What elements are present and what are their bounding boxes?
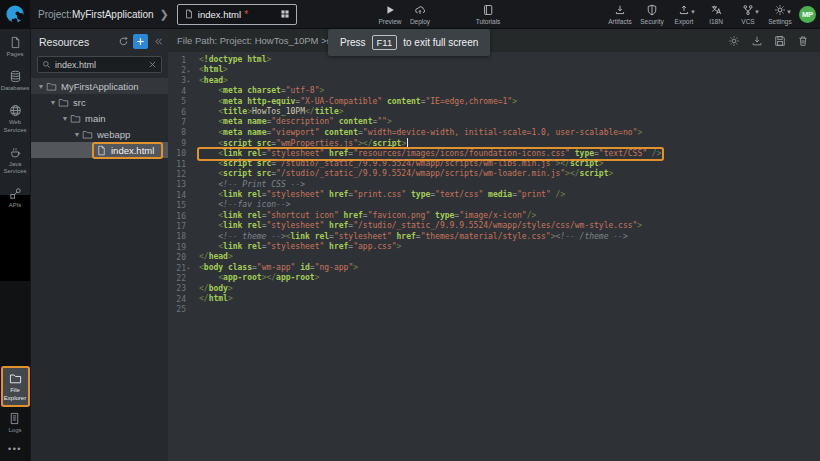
api-icon xyxy=(9,187,22,200)
line-number: 7 xyxy=(168,117,194,127)
action-vcs[interactable]: ▼VCS xyxy=(735,4,761,25)
action-security[interactable]: Security xyxy=(639,4,665,25)
tree-item-main[interactable]: ▼main xyxy=(31,110,168,126)
code-line-8[interactable]: <meta name="viewport" content="width=dev… xyxy=(194,128,820,138)
caret-down-icon[interactable]: ▼ xyxy=(36,83,46,90)
export-icon: ▼ xyxy=(678,4,690,16)
code-line-1[interactable]: <!doctype html> xyxy=(194,55,820,65)
caret-down-icon[interactable]: ▼ xyxy=(72,131,82,138)
gear-icon: ▼ xyxy=(774,4,786,16)
editor-area: File Path: Project: HowTos_10PM > src/ m… xyxy=(168,29,820,461)
code-line-5[interactable]: <meta http-equiv="X-UA-Compatible" conte… xyxy=(194,97,820,107)
action-tutorials[interactable]: Tutorials xyxy=(470,4,506,25)
tree-item-index-html[interactable]: index.html xyxy=(31,142,168,158)
file-path-bar: File Path: Project: HowTos_10PM > src/ m… xyxy=(168,29,820,52)
user-avatar[interactable]: MP xyxy=(799,6,816,23)
line-number: 15 xyxy=(168,200,194,210)
action-artifacts[interactable]: Artifacts xyxy=(607,4,633,25)
sidebar-item-file-explorer[interactable]: File Explorer xyxy=(3,368,28,404)
tree-item-label: src xyxy=(73,97,86,108)
code-line-14[interactable]: <link rel="stylesheet" href="print.css" … xyxy=(194,190,820,200)
action-i18n[interactable]: I18N xyxy=(703,4,729,25)
code-line-11[interactable]: <script src="/studio/_static_/9.9.9.5524… xyxy=(194,159,820,169)
action-export[interactable]: ▼Export xyxy=(671,4,697,25)
sidebar-item-label: APIs xyxy=(9,202,22,209)
download-file-icon[interactable] xyxy=(751,35,763,47)
code-content[interactable]: <!doctype html><html><head> <meta charse… xyxy=(194,52,820,461)
sidebar-item-java-services[interactable]: Java Services xyxy=(0,139,30,180)
file-icon xyxy=(184,9,194,19)
sidebar-item-web-services[interactable]: Web Services xyxy=(0,97,30,138)
line-number: 19 xyxy=(168,242,194,252)
code-line-19[interactable]: <link rel="stylesheet" href="app.css"> xyxy=(194,242,820,252)
code-line-20[interactable]: </head> xyxy=(194,252,820,262)
topbar-right-actions: ArtifactsSecurity▼ExportI18N▼VCS▼Setting… xyxy=(607,4,793,25)
action-label: Tutorials xyxy=(476,18,501,25)
editor-settings-gear-icon[interactable] xyxy=(728,35,740,47)
tree-item-src[interactable]: ▼src xyxy=(31,94,168,110)
collapse-panel-icon[interactable] xyxy=(150,34,166,50)
tab-index-html[interactable]: index.html * xyxy=(177,4,297,25)
fullscreen-tooltip: Press F11 to exit full screen xyxy=(328,29,490,56)
tree-item-label: MyFirstApplication xyxy=(61,81,139,92)
tooltip-text-post: to exit full screen xyxy=(403,37,478,48)
code-line-10[interactable]: <link rel="stylesheet" href="resources/i… xyxy=(194,149,820,159)
code-line-18[interactable]: <!-- theme --><link rel="stylesheet" hre… xyxy=(194,232,820,242)
sidebar-item-databases[interactable]: Databases xyxy=(0,63,30,97)
caret-down-icon[interactable]: ▼ xyxy=(60,115,70,122)
refresh-icon[interactable] xyxy=(115,34,131,50)
code-line-6[interactable]: <title>HowTos_10PM</title> xyxy=(194,107,820,117)
code-line-12[interactable]: <script src="/studio/_static_/9.9.9.5524… xyxy=(194,169,820,179)
action-deploy[interactable]: Deploy xyxy=(402,4,438,25)
file-path-label: File Path: xyxy=(177,35,217,46)
code-line-21[interactable]: <body class="wm-app" id="ng-app"> xyxy=(194,263,820,273)
grid-icon[interactable] xyxy=(280,9,290,19)
code-line-22[interactable]: <app-root></app-root> xyxy=(194,273,820,283)
add-resource-button[interactable] xyxy=(133,34,148,49)
line-number: 17 xyxy=(168,221,194,231)
action-settings[interactable]: ▼Settings xyxy=(767,4,793,25)
tree-item-myfirstapplication[interactable]: ▼MyFirstApplication xyxy=(31,78,168,94)
folder-icon xyxy=(82,129,97,140)
caret-down-icon[interactable]: ▼ xyxy=(48,99,58,106)
save-file-icon[interactable] xyxy=(774,35,786,47)
more-options-button[interactable]: ••• xyxy=(8,439,22,461)
code-line-9[interactable]: <script src="wmProperties.js"></script> xyxy=(194,138,820,148)
sidebar-item-apis[interactable]: APIs xyxy=(0,180,30,214)
action-label: Deploy xyxy=(410,18,430,25)
code-line-15[interactable]: <!--fav icon--> xyxy=(194,200,820,210)
sidebar-item-pages[interactable]: Pages xyxy=(0,29,30,63)
search-input[interactable] xyxy=(55,60,143,70)
sidebar-item-logs[interactable]: Logs xyxy=(8,405,21,439)
action-label: Export xyxy=(675,18,694,25)
code-line-25[interactable] xyxy=(194,304,820,314)
wavemaker-logo-icon[interactable] xyxy=(0,0,30,29)
code-line-7[interactable]: <meta name="description" content=""> xyxy=(194,117,820,127)
topbar: Project:MyFirstApplication ❯ index.html … xyxy=(0,0,820,29)
clear-search-icon[interactable] xyxy=(147,60,157,70)
code-line-2[interactable]: <html> xyxy=(194,65,820,75)
code-line-4[interactable]: <meta charset="utf-8"> xyxy=(194,86,820,96)
delete-file-icon[interactable] xyxy=(797,35,809,47)
tree-item-webapp[interactable]: ▼webapp xyxy=(31,126,168,142)
line-number: 3▾ xyxy=(168,76,194,86)
branch-icon: ▼ xyxy=(742,4,754,16)
text-cursor xyxy=(407,138,408,147)
page-icon xyxy=(9,36,22,49)
line-number: 8 xyxy=(168,128,194,138)
line-number: 25 xyxy=(168,304,194,314)
log-icon xyxy=(8,412,21,425)
code-editor[interactable]: 12▾3▾456789101112131415161718192021▾2223… xyxy=(168,52,820,461)
caret-down-icon: ▼ xyxy=(690,9,696,15)
code-line-3[interactable]: <head> xyxy=(194,76,820,86)
code-line-23[interactable]: </body> xyxy=(194,284,820,294)
chevron-right-icon: ❯ xyxy=(160,8,169,21)
sidebar-item-label: File Explorer xyxy=(3,387,28,401)
code-line-17[interactable]: <link rel="stylesheet" href="/studio/_st… xyxy=(194,221,820,231)
tree-item-label: webapp xyxy=(97,129,130,140)
action-label: Preview xyxy=(378,18,401,25)
code-line-13[interactable]: <!-- Print CSS --> xyxy=(194,180,820,190)
code-line-24[interactable]: </html> xyxy=(194,294,820,304)
line-number: 22 xyxy=(168,273,194,283)
code-line-16[interactable]: <link rel="shortcut icon" href="favicon.… xyxy=(194,211,820,221)
